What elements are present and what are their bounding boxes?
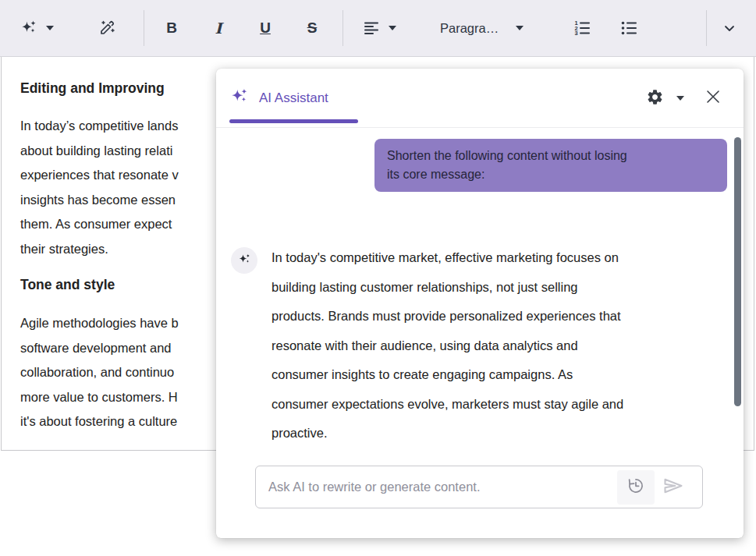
doc-text-line: more value to customers. H: [20, 385, 178, 410]
dialog-header: AI Assistant: [216, 69, 744, 128]
chat-scrollbar-thumb[interactable]: [734, 137, 741, 406]
sparkles-icon: [237, 252, 252, 270]
doc-heading: Editing and Improving: [20, 80, 165, 97]
ai-response-line: consumer expectations evolve, marketers …: [272, 390, 732, 420]
doc-heading: Tone and style: [20, 277, 115, 293]
svg-text:3: 3: [575, 30, 578, 37]
ai-avatar: [231, 247, 257, 274]
sparkles-icon: [229, 87, 250, 110]
ai-response-line: building lasting customer relationships,…: [272, 273, 732, 303]
settings-menu-button[interactable]: [646, 88, 684, 109]
doc-text-line: them. As consumer expect: [20, 212, 172, 237]
doc-text-line: their strategies.: [20, 237, 108, 262]
doc-text-line: software development and: [20, 336, 172, 361]
underline-button[interactable]: U: [246, 9, 285, 48]
dialog-controls: [646, 86, 722, 111]
chevron-down-icon: [516, 26, 524, 30]
close-dialog-button[interactable]: [705, 88, 722, 108]
chevron-down-icon: [676, 96, 684, 101]
numbered-list-icon: 123: [573, 19, 591, 37]
magic-pen-icon: [97, 18, 117, 38]
ai-response-line: In today's competitive market, effective…: [272, 243, 732, 273]
ai-response-line: consumer insights to create engaging cam…: [272, 360, 732, 390]
ai-response-line: products. Brands must provide personaliz…: [272, 302, 732, 331]
chevron-down-icon: [722, 20, 737, 36]
ai-prompt-input[interactable]: [268, 467, 604, 507]
ai-prompt-box: [255, 466, 703, 508]
paragraph-format-select[interactable]: Paragra…: [429, 9, 534, 48]
numbered-list-button[interactable]: 123: [563, 9, 602, 48]
editor-toolbar: B I U S Paragra… 123: [0, 0, 756, 57]
chevron-down-icon: [46, 26, 54, 30]
bold-button[interactable]: B: [152, 9, 191, 48]
send-icon: [662, 475, 684, 500]
doc-text-line: it's about fostering a culture: [20, 409, 177, 434]
paragraph-format-label: Paragra…: [440, 21, 499, 36]
gear-icon: [646, 88, 664, 109]
user-message-text: its core message:: [387, 165, 715, 184]
ai-assistant-split-button[interactable]: [9, 9, 64, 48]
toolbar-separator: [144, 10, 144, 46]
bullet-list-button[interactable]: [609, 9, 648, 48]
history-icon: [626, 476, 646, 499]
doc-text-line: about building lasting relati: [20, 139, 172, 164]
user-message-bubble: Shorten the following content without lo…: [374, 139, 727, 192]
ai-response-line: resonate with their audience, using data…: [272, 331, 732, 361]
toolbar-separator: [343, 10, 343, 46]
ai-shortcuts-button[interactable]: [87, 9, 126, 48]
doc-text-line: experiences that resonate v: [20, 163, 179, 188]
toolbar-overflow-button[interactable]: [707, 9, 752, 48]
tab-ai-assistant[interactable]: AI Assistant: [229, 86, 328, 111]
ai-response-message: In today's competitive market, effective…: [272, 243, 732, 448]
italic-button[interactable]: I: [199, 9, 238, 48]
doc-text-line: Agile methodologies have b: [20, 311, 179, 336]
active-tab-indicator: [229, 119, 358, 123]
dialog-title: AI Assistant: [259, 90, 328, 106]
send-button[interactable]: [662, 476, 684, 498]
chevron-down-icon: [389, 26, 396, 30]
bullet-list-icon: [619, 19, 638, 37]
align-left-icon: [362, 19, 381, 37]
doc-text-line: collaboration, and continuo: [20, 360, 174, 385]
align-split-button[interactable]: [351, 9, 407, 48]
strikethrough-button[interactable]: S: [293, 9, 332, 48]
doc-text-line: insights has become essen: [20, 188, 176, 213]
sparkles-icon: [20, 19, 38, 37]
ai-assistant-dialog: AI Assistant Shorten t: [216, 69, 744, 538]
close-icon: [705, 88, 722, 108]
ai-response-line: proactive.: [272, 419, 732, 448]
user-message-text: Shorten the following content without lo…: [387, 147, 715, 165]
doc-text-line: In today’s competitive lands: [20, 114, 178, 139]
prompt-history-button[interactable]: [617, 470, 655, 505]
